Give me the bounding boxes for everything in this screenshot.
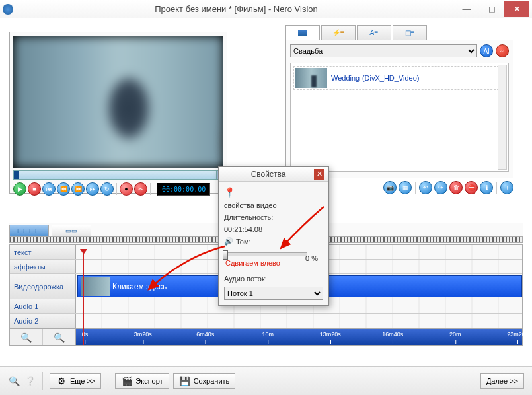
volume-label: Том: (236, 238, 251, 246)
prev-frame-button[interactable]: ⏮ (42, 182, 56, 196)
track-label-text: текст (10, 245, 76, 259)
volume-percent: 0 % (305, 254, 318, 262)
add-button[interactable]: ＋ (500, 181, 513, 194)
tab-effects[interactable]: ⚡≡ (321, 25, 356, 40)
tab-media[interactable] (285, 25, 320, 40)
track-label-audio2: Audio 2 (10, 314, 76, 328)
play-button[interactable]: ▶ (13, 182, 26, 196)
media-thumbnail (295, 68, 327, 88)
stream-label: Аудио поток: (224, 275, 323, 283)
track-label-video: Видеодорожка (10, 274, 76, 299)
step-forward-button[interactable]: ⏩ (71, 182, 85, 196)
slider-thumb[interactable] (223, 250, 228, 260)
zoom-in-button[interactable]: 🔍 (43, 329, 75, 345)
save-button[interactable]: 💾 Сохранить (173, 373, 236, 389)
playhead[interactable] (83, 253, 84, 345)
more-button[interactable]: ⚙ Еще >> (50, 373, 101, 389)
remove-media-button[interactable]: ◦◦ (496, 44, 509, 57)
clip-thumbnail (81, 277, 110, 296)
tab-text[interactable]: A≡ (357, 25, 391, 40)
tab-transitions[interactable]: ◫≡ (393, 25, 427, 40)
pin-icon: 📍 (224, 187, 323, 198)
app-icon (3, 4, 13, 15)
undo-button[interactable]: ↶ (419, 181, 432, 194)
help-icon[interactable]: ❔ (24, 375, 36, 387)
snapshot-button[interactable]: 📷 (383, 181, 397, 194)
redo-button[interactable]: ↷ (434, 181, 447, 194)
loop-button[interactable]: ↻ (100, 182, 114, 196)
save-icon: 💾 (179, 375, 191, 387)
close-button[interactable]: ✕ (504, 1, 529, 17)
next-button[interactable]: Далее >> (480, 373, 524, 389)
track-audio2[interactable] (76, 314, 522, 328)
clip-label: Кликаем здесь (112, 282, 167, 291)
info-button[interactable]: ℹ (480, 181, 493, 194)
film-icon: 🎬 (121, 375, 133, 387)
properties-close-button[interactable]: ✕ (314, 169, 324, 180)
warn-button[interactable]: ⛔ (465, 181, 478, 194)
properties-dialog: Свойства ✕ 📍 свойства видео Длительность… (218, 166, 329, 306)
bottom-toolbar: 🔍 ❔ ⚙ Еще >> 🎬 Экспорт 💾 Сохранить Далее… (0, 366, 532, 395)
next-frame-button[interactable]: ⏭ (86, 182, 99, 196)
select-all-button[interactable]: Al (480, 44, 493, 57)
audio-stream-select[interactable]: Поток 1 (224, 287, 323, 300)
duration-label: Длительность: (224, 213, 323, 221)
duration-value: 00:21:54.08 (224, 225, 323, 233)
time-ruler[interactable]: 0s 3m20s 6m40s 10m 13m20s 16m40s 20m 23m… (76, 329, 522, 345)
export-button[interactable]: 🎬 Экспорт (115, 373, 169, 389)
volume-slider[interactable] (224, 252, 307, 256)
titlebar: Проект без имени * [Фильм] - Nero Vision… (0, 0, 532, 18)
speaker-icon: 🔊 (224, 237, 233, 246)
timecode-display: 00:00:00.00 (157, 183, 210, 196)
preview-progress[interactable]: ▶ (13, 170, 223, 180)
tool-button-2[interactable]: ▦ (399, 181, 412, 194)
window-title: Проект без имени * [Фильм] - Nero Vision (19, 4, 454, 14)
cut-button[interactable]: ✂ (134, 182, 147, 196)
media-scrollbar[interactable] (498, 65, 507, 170)
timeline-tab-timeline[interactable]: ▭▭ (52, 225, 91, 236)
track-label-effects: эффекты (10, 260, 76, 273)
stop-button[interactable]: ■ (28, 182, 41, 196)
media-item[interactable]: Wedding-(DivX_HD_Video) (293, 66, 506, 90)
preview-panel: ▶ ▶ ■ ⏮ ⏪ ⏩ ⏭ ↻ ● ✂ 00:00:00.00 (9, 32, 227, 194)
properties-title: Свойства (223, 170, 314, 179)
minimize-button[interactable]: — (454, 1, 479, 17)
timeline-tab-storyboard[interactable]: ◫◫◫◫ (9, 225, 49, 236)
gear-icon: ⚙ (56, 375, 67, 387)
step-back-button[interactable]: ⏪ (57, 182, 70, 196)
record-button[interactable]: ● (120, 182, 133, 196)
track-label-audio1: Audio 1 (10, 299, 76, 313)
media-list: Wedding-(DivX_HD_Video) (290, 63, 509, 172)
media-item-label: Wedding-(DivX_HD_Video) (331, 74, 420, 82)
section-label: свойства видео (224, 201, 323, 209)
search-icon[interactable]: 🔍 (8, 375, 20, 387)
zoom-out-button[interactable]: 🔍 (10, 329, 43, 345)
maximize-button[interactable]: ◻ (479, 1, 504, 17)
delete-button[interactable]: 🗑 (449, 181, 463, 194)
preview-video[interactable] (13, 36, 223, 168)
media-category-select[interactable]: Свадьба (290, 44, 477, 57)
